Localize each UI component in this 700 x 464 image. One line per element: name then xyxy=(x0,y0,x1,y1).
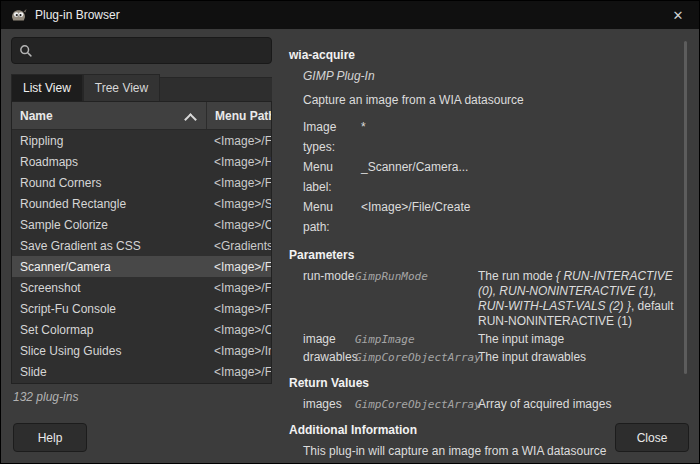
table-row[interactable]: Screenshot <Image>/Fi xyxy=(12,277,271,298)
meta-menu-label: Menu label: _Scanner/Camera... xyxy=(303,157,681,197)
search-icon xyxy=(19,44,33,58)
plugin-menu-path: <Image>/C xyxy=(206,323,271,337)
param-type: GimpRunMode xyxy=(355,269,478,284)
tab-list-view-label: List View xyxy=(23,81,71,95)
param-name: run-mode xyxy=(303,269,355,284)
plugin-name: Scanner/Camera xyxy=(12,260,206,274)
table-row[interactable]: Rippling <Image>/Fi xyxy=(12,130,271,151)
list-header: Name Menu Path xyxy=(12,102,271,130)
param-row-drawables: drawables GimpCoreObjectArray The input … xyxy=(303,350,681,365)
table-row[interactable]: Roadmaps <Image>/H xyxy=(12,151,271,172)
close-button[interactable]: Close xyxy=(615,423,689,452)
window-close-button[interactable]: ✕ xyxy=(657,1,699,29)
help-button[interactable]: Help xyxy=(13,423,87,452)
param-desc: The input drawables xyxy=(478,350,683,365)
tab-list-view[interactable]: List View xyxy=(11,74,83,101)
meta-value: * xyxy=(361,117,366,157)
table-row[interactable]: Sample Colorize <Image>/C xyxy=(12,214,271,235)
plugin-menu-path: <Gradients> xyxy=(206,239,271,253)
plugin-browser-dialog: Plug-in Browser ✕ List View Tree View Na… xyxy=(0,0,700,464)
param-desc: The input image xyxy=(478,332,683,347)
search-box[interactable] xyxy=(11,37,272,64)
meta-value: <Image>/File/Create xyxy=(361,197,470,237)
plugin-menu-path: <Image>/S xyxy=(206,197,271,211)
plugin-name: Roadmaps xyxy=(12,155,206,169)
parameters-heading: Parameters xyxy=(289,248,681,262)
meta-value: _Scanner/Camera... xyxy=(361,157,468,197)
plugin-menu-path: <Image>/Im xyxy=(206,344,271,358)
param-row-image: image GimpImage The input image xyxy=(303,332,681,347)
table-row[interactable]: Slide <Image>/Fi xyxy=(12,361,271,382)
return-values-heading: Return Values xyxy=(289,376,681,390)
table-row[interactable]: Rounded Rectangle <Image>/S xyxy=(12,193,271,214)
sort-ascending-icon xyxy=(184,113,197,126)
plugin-menu-path: <Image>/H xyxy=(206,155,271,169)
param-row-run-mode: run-mode GimpRunMode The run mode { RUN-… xyxy=(303,269,681,329)
plugin-name: Set Colormap xyxy=(12,323,206,337)
plugin-name: Slide xyxy=(12,365,206,379)
plugin-name: Script-Fu Console xyxy=(12,302,206,316)
view-tabbar: List View Tree View xyxy=(11,73,272,101)
plugin-menu-path: <Image>/Fi xyxy=(206,365,271,379)
table-row[interactable]: Script-Fu Console <Image>/Fi xyxy=(12,298,271,319)
titlebar: Plug-in Browser ✕ xyxy=(1,1,699,29)
table-row[interactable]: Round Corners <Image>/Fi xyxy=(12,172,271,193)
column-header-name[interactable]: Name xyxy=(12,102,206,129)
param-name: image xyxy=(303,332,355,347)
param-type: GimpImage xyxy=(355,332,478,347)
table-row-selected[interactable]: Scanner/Camera <Image>/Fi xyxy=(12,256,271,277)
meta-menu-path: Menu path: <Image>/File/Create xyxy=(303,197,681,237)
plugin-menu-path: <Image>/Fi xyxy=(206,176,271,190)
search-input[interactable] xyxy=(39,43,264,59)
column-header-menu-path-label: Menu Path xyxy=(215,109,271,123)
plugin-name: Screenshot xyxy=(12,281,206,295)
column-header-menu-path[interactable]: Menu Path xyxy=(206,102,271,129)
details-scrollbar[interactable] xyxy=(684,41,687,374)
param-type: GimpCoreObjectArray xyxy=(355,350,478,365)
column-header-name-label: Name xyxy=(20,109,53,123)
window-title: Plug-in Browser xyxy=(35,8,120,22)
plugin-name: Rounded Rectangle xyxy=(12,197,206,211)
plugin-details-panel: wia-acquire GIMP Plug-In Capture an imag… xyxy=(289,48,681,464)
plugin-list: Name Menu Path Rippling <Image>/Fi Roadm… xyxy=(11,101,272,384)
plugin-kind: GIMP Plug-In xyxy=(303,69,681,83)
plugin-name: Slice Using Guides xyxy=(12,344,206,358)
return-name: images xyxy=(303,397,355,412)
table-row[interactable]: Save Gradient as CSS <Gradients> xyxy=(12,235,271,256)
tab-tree-view[interactable]: Tree View xyxy=(83,74,160,101)
meta-label: Menu path: xyxy=(303,197,361,237)
plugin-menu-path: <Image>/Fi xyxy=(206,302,271,316)
wilber-icon xyxy=(10,7,27,23)
param-name: drawables xyxy=(303,350,355,365)
tabbar-filler xyxy=(160,77,272,101)
plugin-proc-name: wia-acquire xyxy=(289,48,681,62)
table-row[interactable]: Slice Using Guides <Image>/Im xyxy=(12,340,271,361)
plugin-name: Sample Colorize xyxy=(12,218,206,232)
plugin-menu-path: <Image>/Fi xyxy=(206,281,271,295)
plugin-menu-path: <Image>/Fi xyxy=(206,134,271,148)
plugin-menu-path: <Image>/C xyxy=(206,218,271,232)
plugin-count-status: 132 plug-ins xyxy=(13,390,78,404)
meta-label: Menu label: xyxy=(303,157,361,197)
meta-image-types: Image types: * xyxy=(303,117,681,157)
plugin-name: Save Gradient as CSS xyxy=(12,239,206,253)
return-type: GimpCoreObjectArray xyxy=(355,397,478,412)
return-desc: Array of acquired images xyxy=(478,397,683,412)
return-row-images: images GimpCoreObjectArray Array of acqu… xyxy=(303,397,681,412)
tab-tree-view-label: Tree View xyxy=(95,81,148,95)
table-row[interactable]: Set Colormap <Image>/C xyxy=(12,319,271,340)
param-desc: The run mode { RUN-INTERACTIVE (0), RUN-… xyxy=(478,269,683,329)
plugin-name: Round Corners xyxy=(12,176,206,190)
plugin-name: Rippling xyxy=(12,134,206,148)
plugin-menu-path: <Image>/Fi xyxy=(206,260,271,274)
plugin-blurb: Capture an image from a WIA datasource xyxy=(303,93,681,107)
meta-label: Image types: xyxy=(303,117,361,157)
